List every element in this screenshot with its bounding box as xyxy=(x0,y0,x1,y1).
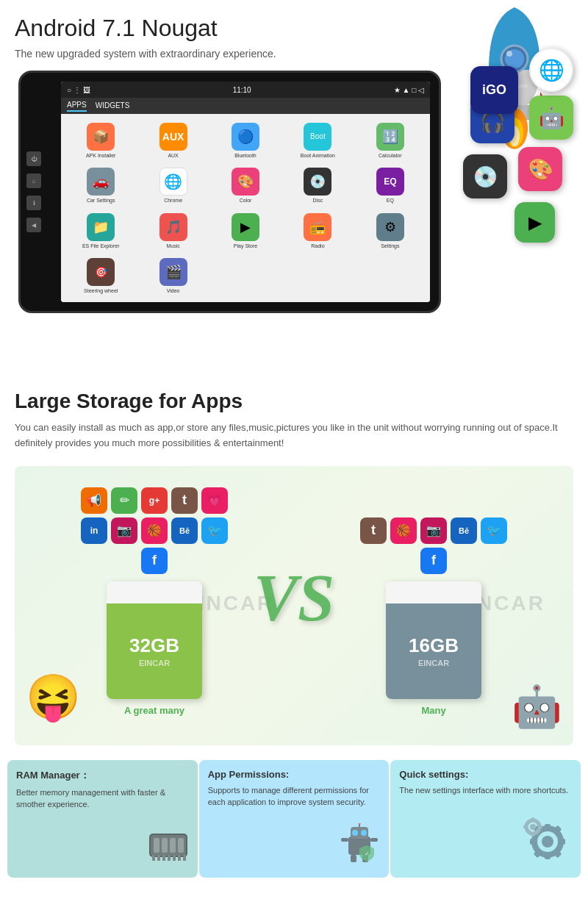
storage-left: 📢 ✏ g+ t 💗 in 📷 🏀 Bē 🐦 f 32GB EINCAR A g xyxy=(81,487,228,716)
video-icon: 🎬 xyxy=(159,258,187,286)
card-top-left xyxy=(107,581,202,603)
svg-rect-20 xyxy=(183,855,186,861)
app-bluetooth[interactable]: 🔵 Bluetooth xyxy=(210,118,281,162)
color-float-icon: 🎨 xyxy=(518,147,562,191)
perms-title: App Permissions: xyxy=(208,769,381,780)
car-unit: ⏻ ⌂ ℹ ◀ ○ ⋮ 🖼 11:10 ★ ▲ □ ◁ APPS WIDGETS xyxy=(18,71,441,313)
svg-rect-12 xyxy=(170,838,176,853)
svg-text:✓: ✓ xyxy=(365,850,370,857)
app-calc[interactable]: 🔢 Calculator xyxy=(355,118,426,162)
svg-point-43 xyxy=(530,824,536,830)
apk-label: APK Installer xyxy=(86,153,115,158)
status-bar: ○ ⋮ 🖼 11:10 ★ ▲ □ ◁ xyxy=(61,82,430,98)
facebook-icon-r: f xyxy=(420,548,447,574)
app-apk[interactable]: 📦 APK Installer xyxy=(65,118,136,162)
eq-label: EQ xyxy=(387,198,394,203)
app-color[interactable]: 🎨 Color xyxy=(210,164,281,208)
app-carsettings[interactable]: 🚗 Car Settings xyxy=(65,164,136,208)
car-tabs: APPS WIDGETS xyxy=(61,98,430,114)
vol-btn[interactable]: ◀ xyxy=(26,218,41,232)
chrome-icon: 🌐 xyxy=(159,168,187,196)
svg-point-26 xyxy=(358,823,361,825)
storage-label-right: EINCAR xyxy=(418,659,449,667)
dribbble-icon-r: 🏀 xyxy=(390,517,417,544)
app-video[interactable]: 🎬 Video xyxy=(137,254,208,298)
tab-apps[interactable]: APPS xyxy=(67,101,87,112)
side-buttons: ⏻ ⌂ ℹ ◀ xyxy=(26,151,41,232)
disc-float-icon: 💿 xyxy=(463,154,507,198)
ram-icon xyxy=(146,827,190,864)
svg-rect-46 xyxy=(538,825,542,828)
app-eq[interactable]: EQ EQ xyxy=(355,164,426,208)
svg-rect-27 xyxy=(341,838,348,842)
svg-rect-35 xyxy=(545,852,551,859)
car-label: Car Settings xyxy=(87,198,115,203)
calc-label: Calculator xyxy=(379,153,402,158)
wheel-icon: 🎯 xyxy=(87,258,115,286)
svg-rect-36 xyxy=(558,839,565,845)
caption-right: Many xyxy=(421,705,445,716)
emoji-character: 😝 xyxy=(26,671,81,723)
storage-section: Large Storage for Apps You can easily in… xyxy=(0,375,588,753)
card-body-left: 32GB EINCAR xyxy=(107,603,202,699)
apps-grid: 📦 APK Installer AUX AUX 🔵 Bluetooth Boot… xyxy=(61,114,430,302)
color-label: Color xyxy=(240,198,252,203)
files-label: ES File Explorer xyxy=(82,243,120,248)
info-btn[interactable]: ℹ xyxy=(26,196,41,210)
instagram-icon-r: 📷 xyxy=(420,517,447,544)
svg-rect-18 xyxy=(173,855,176,861)
boot-icon: Boot xyxy=(304,123,331,151)
storage-label-left: EINCAR xyxy=(139,659,170,667)
dribbble-icon: 🏀 xyxy=(141,517,168,544)
home-btn[interactable]: ⌂ xyxy=(26,173,41,188)
play-float-icon: ▶ xyxy=(514,202,555,243)
calc-icon: 🔢 xyxy=(376,123,404,151)
behance-icon-r: Bē xyxy=(451,517,477,544)
wheel-label: Steering wheel xyxy=(84,288,118,293)
rss-icon: 📢 xyxy=(81,487,107,514)
ram-icon-wrap xyxy=(146,827,190,870)
disc-label: Disc xyxy=(313,198,323,203)
svg-rect-44 xyxy=(531,817,534,822)
storage-desc: You can easily install as much as app,or… xyxy=(15,420,573,451)
svg-point-23 xyxy=(352,830,358,836)
aux-icon: AUX xyxy=(159,123,187,151)
svg-rect-29 xyxy=(351,855,356,862)
app-playstore[interactable]: ▶ Play Store xyxy=(210,209,281,253)
perms-icon: ✓ xyxy=(337,823,381,864)
settings-icon: ⚙ xyxy=(376,213,404,241)
app-wheel[interactable]: 🎯 Steering wheel xyxy=(65,254,136,298)
color-icon: 🎨 xyxy=(232,168,259,196)
tumblr-icon: t xyxy=(171,487,198,514)
svg-rect-17 xyxy=(168,855,171,861)
music-label: Music xyxy=(166,243,179,248)
storage-card-32gb: 32GB EINCAR xyxy=(107,581,202,699)
perms-icon-wrap: ✓ xyxy=(337,823,381,870)
quick-desc: The new settings interface with more sho… xyxy=(399,784,572,797)
car-screen: ○ ⋮ 🖼 11:10 ★ ▲ □ ◁ APPS WIDGETS 📦 APK I… xyxy=(61,82,430,302)
power-btn[interactable]: ⏻ xyxy=(26,151,41,166)
app-files[interactable]: 📁 ES File Explorer xyxy=(65,209,136,253)
app-radio[interactable]: 📻 Radio xyxy=(282,209,353,253)
settings-label: Settings xyxy=(381,243,399,248)
behance-icon: Bē xyxy=(171,517,198,544)
svg-rect-37 xyxy=(530,839,537,845)
mini-icons-right: t 🏀 📷 Bē 🐦 f xyxy=(360,517,507,574)
disc-icon: 💿 xyxy=(304,168,331,196)
tab-widgets[interactable]: WIDGETS xyxy=(96,101,130,111)
perms-desc: Supports to manage different permissions… xyxy=(208,784,381,809)
app-settings[interactable]: ⚙ Settings xyxy=(355,209,426,253)
app-boot[interactable]: Boot Boot Animation xyxy=(282,118,353,162)
storage-16gb: 16GB xyxy=(409,634,459,657)
files-icon: 📁 xyxy=(87,213,115,241)
app-aux[interactable]: AUX AUX xyxy=(137,118,208,162)
play-label: Play Store xyxy=(234,243,257,248)
app-chrome[interactable]: 🌐 Chrome xyxy=(137,164,208,208)
app-music[interactable]: 🎵 Music xyxy=(137,209,208,253)
chrome-float-icon: 🌐 xyxy=(529,48,573,92)
svg-rect-47 xyxy=(523,825,528,828)
svg-rect-34 xyxy=(545,824,551,831)
app-disc[interactable]: 💿 Disc xyxy=(282,164,353,208)
storage-card-16gb: 16GB EINCAR xyxy=(386,581,481,699)
card-top-right xyxy=(386,581,481,603)
